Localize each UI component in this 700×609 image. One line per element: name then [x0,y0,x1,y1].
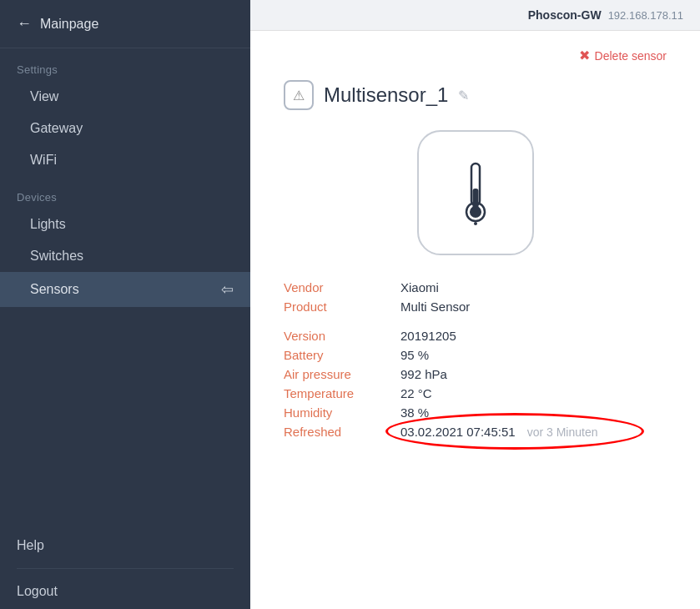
topbar: Phoscon-GW 192.168.178.11 [250,0,700,31]
sidebar-bottom: Help Logout [0,528,250,609]
sidebar: ← Mainpage Settings View Gateway WiFi De… [0,0,250,609]
product-label: Product [284,299,400,314]
active-back-icon: ⇦ [221,280,234,299]
sensor-illustration [417,130,534,255]
refreshed-label: Refreshed [284,425,400,439]
content-area: ✖ Delete sensor ⚠ Multisensor_1 ✎ [250,31,700,609]
sensor-illustration-wrap [284,130,667,255]
humidity-label: Humidity [284,405,400,420]
settings-section-label: Settings [0,48,250,81]
gateway-ip: 192.168.178.11 [608,9,683,22]
sensor-type-icon: ⚠ [284,80,314,110]
battery-value: 95 % [400,348,667,362]
battery-label: Battery [284,348,400,362]
sidebar-item-sensors[interactable]: Sensors ⇦ [0,272,250,307]
back-arrow-icon: ← [17,15,32,33]
humidity-value: 38 % [400,405,667,420]
delete-sensor-label: Delete sensor [595,49,667,63]
air-pressure-value: 992 hPa [400,367,667,381]
mainpage-link[interactable]: ← Mainpage [0,0,250,48]
air-pressure-label: Air pressure [284,367,400,381]
sidebar-item-wifi[interactable]: WiFi [0,144,250,176]
sensor-name: Multisensor_1 [324,83,448,107]
gateway-name: Phoscon-GW [528,8,602,22]
sensor-header: ⚠ Multisensor_1 ✎ [284,80,667,110]
delete-icon: ✖ [579,48,590,63]
vendor-value: Xiaomi [400,280,667,294]
mainpage-label: Mainpage [40,17,98,32]
sidebar-item-view[interactable]: View [0,81,250,113]
refreshed-time: 03.02.2021 07:45:51 [400,425,516,439]
sidebar-item-lights[interactable]: Lights [0,209,250,240]
sidebar-item-switches[interactable]: Switches [0,240,250,272]
temperature-label: Temperature [284,386,400,400]
svg-rect-3 [472,189,478,212]
refreshed-value-wrap: 03.02.2021 07:45:51 vor 3 Minuten [400,425,667,439]
thermometer-svg [451,155,501,230]
vendor-label: Vendor [284,280,400,294]
sidebar-item-gateway[interactable]: Gateway [0,113,250,144]
sidebar-item-help[interactable]: Help [0,528,250,563]
info-table: Vendor Xiaomi Product Multi Sensor Versi… [284,280,667,439]
product-value: Multi Sensor [400,299,667,314]
svg-point-4 [474,222,477,225]
sidebar-item-logout[interactable]: Logout [0,574,250,609]
temperature-value: 22 °C [400,386,667,400]
version-value: 20191205 [400,329,667,343]
edit-name-icon[interactable]: ✎ [458,88,469,103]
sidebar-divider [17,568,234,569]
main-content: Phoscon-GW 192.168.178.11 ✖ Delete senso… [250,0,700,609]
refreshed-relative: vor 3 Minuten [527,425,598,439]
version-label: Version [284,329,400,343]
devices-section-label: Devices [0,176,250,209]
delete-sensor-button[interactable]: ✖ Delete sensor [579,48,667,63]
